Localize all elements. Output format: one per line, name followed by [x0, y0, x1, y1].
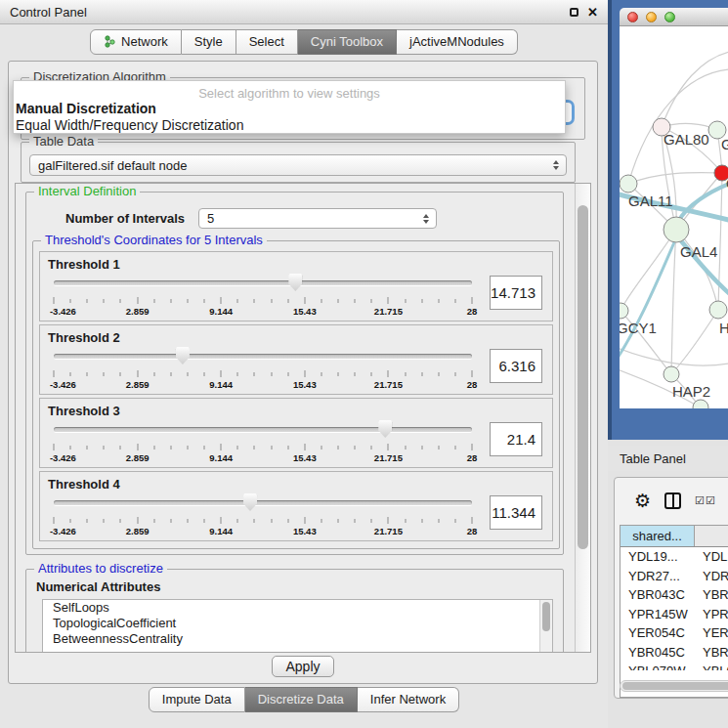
slider-track[interactable] [54, 280, 472, 285]
node-gal4[interactable] [664, 217, 689, 242]
slider-track[interactable] [54, 427, 472, 432]
tab-network-label: Network [121, 34, 168, 49]
table-cell[interactable]: YDR27... [621, 567, 695, 586]
table-cell[interactable]: YBR0 [695, 643, 728, 663]
slider-ticks [54, 297, 472, 305]
float-window-icon[interactable] [570, 8, 578, 17]
table-cell[interactable]: YPR145W [621, 605, 695, 624]
label-gal4: GAL4 [680, 243, 717, 260]
threshold-1-value-field[interactable]: 14.713 [490, 276, 542, 310]
node-gal11[interactable] [620, 175, 637, 193]
apply-button[interactable]: Apply [272, 656, 334, 677]
node-hap2[interactable] [664, 366, 679, 382]
table-horizontal-scrollbar[interactable] [620, 680, 728, 692]
node-gcy1[interactable] [620, 303, 628, 319]
dropdown-option-equal-width[interactable]: Equal Width/Frequency Discretization [14, 117, 565, 134]
tab-style[interactable]: Style [182, 29, 236, 55]
slider-ticks [54, 517, 472, 525]
column-header-shared-name[interactable]: shared... [621, 526, 695, 546]
tab-cyni-toolbox[interactable]: Cyni Toolbox [298, 29, 397, 55]
threshold-2-slider[interactable]: -3.4262.8599.14415.4321.71528 [52, 345, 474, 392]
table-cell[interactable]: YER054C [621, 623, 695, 643]
threshold-panel: Threshold 2 -3.4262.8599.14415.4321.7152… [39, 324, 553, 395]
table-data-group-title: Table Data [29, 135, 98, 149]
list-scrollbar[interactable] [539, 600, 552, 653]
threshold-4-value-field[interactable]: 11.344 [490, 495, 542, 530]
network-view-window: GAL80 GA C GAL11 GAL4 GCY1 H HAP2 [608, 0, 728, 440]
table-cell[interactable]: YER0 [695, 623, 728, 643]
slider-scale-labels: -3.4262.8599.14415.4321.71528 [54, 526, 472, 536]
interval-definition-group: Interval Definition Number of Intervals … [25, 192, 564, 555]
columns-icon[interactable] [664, 492, 681, 509]
checkbox-icons[interactable]: ☑☑ [695, 494, 716, 507]
threshold-1-label: Threshold 1 [48, 257, 544, 272]
network-canvas[interactable]: GAL80 GA C GAL11 GAL4 GCY1 H HAP2 [620, 26, 728, 408]
table-row[interactable]: YBR043CYBR0 [621, 585, 728, 605]
table-row[interactable]: YBL079WYBL0 [621, 662, 728, 670]
table-cell[interactable]: YBL0 [695, 662, 728, 670]
table-cell[interactable]: YBR045C [621, 643, 695, 663]
tab-jactivemnodules[interactable]: jActiveMNodules [397, 29, 518, 55]
table-cell[interactable]: YBR0 [695, 585, 728, 605]
node-h[interactable] [709, 301, 727, 319]
table-row[interactable]: YPR145WYPR1 [621, 605, 728, 624]
table-cell[interactable]: YBL079W [621, 662, 695, 670]
table-cell[interactable]: YDL1 [695, 547, 728, 567]
settings-scrollbar[interactable] [575, 184, 590, 652]
slider-track[interactable] [54, 354, 472, 359]
number-of-intervals-combobox[interactable]: 5 [198, 208, 437, 229]
dropdown-option-manual[interactable]: Manual Discretization [14, 101, 565, 117]
attributes-group: Attributes to discretize Numerical Attri… [25, 569, 564, 653]
tab-impute-data[interactable]: Impute Data [149, 687, 245, 712]
label-gal80: GAL80 [664, 131, 709, 148]
dropdown-prompt: Select algorithm to view settings [14, 81, 565, 101]
threshold-2-value-field[interactable]: 6.316 [490, 349, 542, 383]
numerical-attributes-list[interactable]: SelfLoopsTopologicalCoefficientBetweenne… [42, 599, 553, 653]
attribute-item[interactable]: TopologicalCoefficient [43, 616, 552, 631]
label-gcy1: GCY1 [620, 320, 657, 336]
table-data-group: Table Data galFiltered.sif default node [21, 142, 576, 183]
table-data-combobox[interactable]: galFiltered.sif default node [29, 154, 567, 176]
tab-select[interactable]: Select [236, 29, 298, 55]
column-header-name[interactable]: n [695, 526, 728, 546]
threshold-4-slider[interactable]: -3.4262.8599.14415.4321.71528 [52, 492, 474, 538]
close-icon[interactable]: ✕ [587, 6, 598, 19]
tab-discretize-data[interactable]: Discretize Data [245, 687, 358, 712]
table-cell[interactable]: YDL19... [621, 547, 695, 567]
network-window-titlebar[interactable] [620, 8, 728, 26]
table-row[interactable]: YDL19...YDL1 [621, 547, 728, 567]
attribute-item[interactable]: SelfLoops [43, 600, 552, 616]
tab-discretize-data-label: Discretize Data [258, 692, 344, 707]
slider-track[interactable] [54, 500, 472, 505]
threshold-1-slider[interactable]: -3.4262.8599.14415.4321.71528 [52, 272, 474, 319]
zoom-traffic-light-icon[interactable] [664, 12, 675, 22]
table-cell[interactable]: YBR043C [621, 585, 695, 605]
tab-infer-network-label: Infer Network [370, 692, 446, 707]
tab-network[interactable]: Network [90, 29, 182, 55]
table-row[interactable]: YER054CYER0 [621, 623, 728, 643]
table-row[interactable]: YDR27...YDR2 [621, 567, 728, 586]
minimize-traffic-light-icon[interactable] [646, 12, 657, 22]
tab-infer-network[interactable]: Infer Network [358, 687, 459, 712]
table-cell[interactable]: YDR2 [695, 567, 728, 586]
tab-select-label: Select [249, 34, 284, 49]
slider-thumb[interactable] [243, 493, 257, 511]
table-cell[interactable]: YPR1 [695, 605, 728, 624]
thresholds-group: Threshold's Coordinates for 5 Intervals … [32, 240, 560, 549]
slider-thumb[interactable] [288, 274, 302, 291]
label-partial-low: H [719, 320, 728, 336]
slider-ticks [54, 370, 472, 378]
slider-thumb[interactable] [176, 347, 190, 364]
threshold-3-slider[interactable]: -3.4262.8599.14415.4321.71528 [52, 418, 474, 465]
slider-thumb[interactable] [378, 420, 392, 438]
combobox-stepper-icon [553, 160, 559, 170]
gear-icon[interactable]: ⚙ [634, 492, 651, 510]
table-row[interactable]: YBR045CYBR0 [621, 643, 728, 663]
close-traffic-light-icon[interactable] [627, 12, 638, 22]
table-data-selected-value: galFiltered.sif default node [38, 158, 187, 173]
table-panel-title: Table Panel [620, 451, 686, 466]
threshold-2-label: Threshold 2 [48, 330, 544, 345]
attribute-item[interactable]: BetweennessCentrality [43, 631, 552, 647]
interval-definition-title: Interval Definition [34, 185, 140, 198]
threshold-3-value-field[interactable]: 21.4 [490, 422, 542, 456]
